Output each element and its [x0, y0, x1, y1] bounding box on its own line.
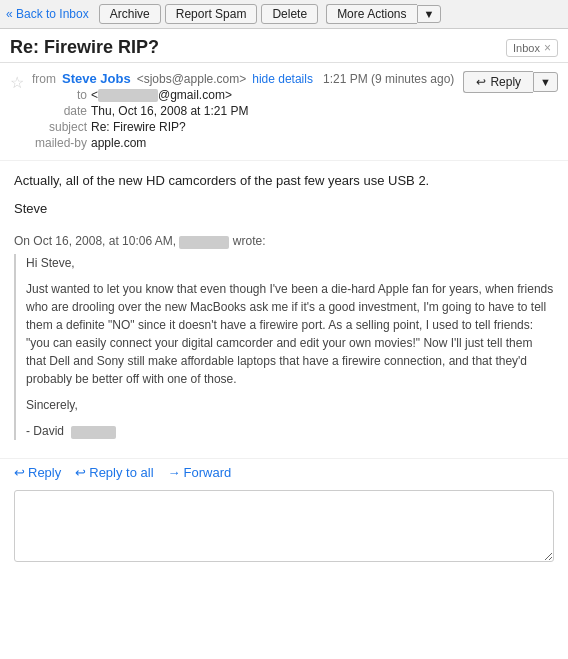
more-actions-arrow[interactable]: ▼	[417, 5, 442, 23]
date-row: date Thu, Oct 16, 2008 at 1:21 PM	[32, 104, 558, 118]
reply-box	[14, 490, 554, 565]
more-actions-dropdown: More Actions ▼	[326, 4, 441, 24]
email-header: ☆ from Steve Jobs <sjobs@apple.com> hide…	[0, 63, 568, 161]
quote-intro: On Oct 16, 2008, at 10:06 AM, wrote:	[14, 232, 554, 250]
date-label: date	[32, 104, 87, 118]
reply-all-action-arrow-icon: ↩	[75, 465, 86, 480]
star-icon[interactable]: ☆	[10, 73, 24, 92]
to-value: <@gmail.com>	[91, 88, 232, 102]
from-label: from	[32, 72, 56, 86]
quoted-block: Hi Steve, Just wanted to let you know th…	[14, 254, 554, 440]
to-label: to	[32, 88, 87, 102]
toolbar: « Back to Inbox Archive Report Spam Dele…	[0, 0, 568, 29]
quote-name-redacted-2	[71, 426, 116, 439]
reply-button-wrap: ↩ Reply ▼	[463, 71, 558, 93]
reply-button-label: Reply	[490, 75, 521, 89]
body-paragraph-1: Actually, all of the new HD camcorders o…	[14, 171, 554, 191]
quote-body-text: Just wanted to let you know that even th…	[26, 280, 554, 388]
sender-name: Steve Jobs	[62, 71, 131, 86]
quote-closing: Sincerely,	[26, 396, 554, 414]
quote-salutation: Hi Steve,	[26, 254, 554, 272]
sender-email: <sjobs@apple.com>	[137, 72, 247, 86]
archive-button[interactable]: Archive	[99, 4, 161, 24]
reply-action-label: Reply	[28, 465, 61, 480]
reply-button[interactable]: ↩ Reply	[463, 71, 533, 93]
subject-bar: Re: Firewire RIP? Inbox ×	[0, 29, 568, 63]
forward-action-label: Forward	[184, 465, 232, 480]
to-redacted	[98, 89, 158, 102]
more-actions-button[interactable]: More Actions	[326, 4, 416, 24]
hide-details-link[interactable]: hide details	[252, 72, 313, 86]
subject-label: subject	[32, 120, 87, 134]
email-body: Actually, all of the new HD camcorders o…	[0, 161, 568, 458]
reply-textarea[interactable]	[14, 490, 554, 562]
body-signature: Steve	[14, 199, 554, 219]
reply-arrow-icon: ↩	[476, 75, 486, 89]
inbox-tag-label: Inbox	[513, 42, 540, 54]
report-spam-button[interactable]: Report Spam	[165, 4, 258, 24]
quoted-text: On Oct 16, 2008, at 10:06 AM, wrote: Hi …	[14, 232, 554, 440]
inbox-tag: Inbox ×	[506, 39, 558, 57]
reply-all-action-link[interactable]: ↩ Reply to all	[75, 465, 153, 480]
quote-intro-prefix: On Oct 16, 2008, at 10:06 AM,	[14, 234, 176, 248]
reply-action-link[interactable]: ↩ Reply	[14, 465, 61, 480]
mailed-by-row: mailed-by apple.com	[32, 136, 558, 150]
reply-actions: ↩ Reply ↩ Reply to all → Forward	[0, 458, 568, 484]
email-timestamp: 1:21 PM (9 minutes ago)	[323, 72, 454, 86]
email-subject-title: Re: Firewire RIP?	[10, 37, 496, 58]
subject-value: Re: Firewire RIP?	[91, 120, 186, 134]
quote-intro-suffix: wrote:	[233, 234, 266, 248]
reply-action-arrow-icon: ↩	[14, 465, 25, 480]
date-value: Thu, Oct 16, 2008 at 1:21 PM	[91, 104, 248, 118]
forward-action-link[interactable]: → Forward	[168, 465, 232, 480]
mailed-by-value: apple.com	[91, 136, 146, 150]
reply-all-action-label: Reply to all	[89, 465, 153, 480]
mailed-by-label: mailed-by	[32, 136, 87, 150]
reply-dropdown-button[interactable]: ▼	[533, 72, 558, 92]
inbox-tag-close[interactable]: ×	[544, 41, 551, 55]
delete-button[interactable]: Delete	[261, 4, 318, 24]
to-email-suffix: @gmail.com>	[158, 88, 232, 102]
back-to-inbox-link[interactable]: « Back to Inbox	[6, 7, 89, 21]
subject-row: subject Re: Firewire RIP?	[32, 120, 558, 134]
quote-name-prefix: - David	[26, 424, 64, 438]
quote-name-line: - David	[26, 422, 554, 440]
forward-action-arrow-icon: →	[168, 465, 181, 480]
quote-name-redacted	[179, 236, 229, 249]
